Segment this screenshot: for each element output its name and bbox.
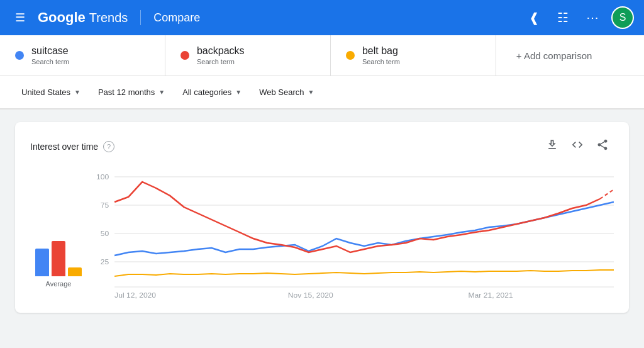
backpacks-dot [180,51,189,60]
line-chart: 100 75 50 25 Jul 12, 2020 Nov 15, 2020 M… [87,164,614,303]
region-filter[interactable]: United States ▼ [15,84,87,101]
search-term-backpacks[interactable]: backpacks Search term [165,35,331,76]
time-arrow: ▼ [158,89,165,96]
svg-text:75: 75 [101,201,109,208]
average-label: Average [46,280,72,288]
region-label: United States [21,87,70,97]
bar-beltbag [68,267,82,276]
search-type-filter[interactable]: Web Search ▼ [253,84,320,101]
menu-icon[interactable]: ☰ [10,6,30,30]
search-type-label: Web Search [259,87,304,97]
svg-text:50: 50 [101,230,109,237]
trends-text: Trends [89,11,128,25]
share-header-icon[interactable]: ❰ [524,5,545,30]
apps-icon[interactable]: ⋯ [581,5,604,30]
help-icon[interactable]: ? [103,141,114,152]
category-filter[interactable]: All categories ▼ [176,84,248,101]
average-bars [35,226,82,276]
svg-text:Jul 12, 2020: Jul 12, 2020 [114,291,156,298]
add-comparison-button[interactable]: + Add comparison [496,35,644,76]
filters-bar: United States ▼ Past 12 months ▼ All cat… [0,76,644,109]
chart-title-row: Interest over time ? [30,141,114,152]
chart-header: Interest over time ? [30,135,614,158]
download-button[interactable] [541,135,564,158]
embed-button[interactable] [566,135,589,158]
suitcase-name: suitcase [31,45,69,57]
chart-svg: 100 75 50 25 Jul 12, 2020 Nov 15, 2020 M… [87,164,614,303]
chart-sidebar: Average [30,164,87,303]
main-content: Interest over time ? [0,109,644,325]
suitcase-type: Search term [31,58,69,65]
app-header: ☰ Google Trends Compare ❰ ☷ ⋯ S [0,0,644,35]
beltbag-type: Search term [362,58,400,65]
chart-title: Interest over time [30,142,98,152]
time-label: Past 12 months [98,87,155,97]
header-divider [140,10,141,25]
interest-over-time-card: Interest over time ? [15,122,629,313]
beltbag-info: belt bag Search term [362,45,400,65]
search-terms-bar: suitcase Search term backpacks Search te… [0,35,644,76]
svg-text:Mar 21, 2021: Mar 21, 2021 [468,291,513,298]
suitcase-dot [15,51,24,60]
backpacks-type: Search term [197,58,245,65]
chart-body: Average 100 75 50 25 Jul 12, 2020 [30,164,614,303]
compare-label: Compare [153,11,200,25]
category-arrow: ▼ [235,89,242,96]
backpacks-name: backpacks [197,45,245,57]
bar-backpacks [52,241,65,276]
search-term-suitcase[interactable]: suitcase Search term [0,35,165,76]
add-comparison-label: + Add comparison [516,50,592,61]
search-term-beltbag[interactable]: belt bag Search term [331,35,496,76]
beltbag-name: belt bag [362,45,400,57]
notification-icon[interactable]: ☷ [552,5,574,30]
share-chart-button[interactable] [591,135,614,158]
svg-text:100: 100 [96,173,109,180]
time-filter[interactable]: Past 12 months ▼ [92,84,171,101]
category-label: All categories [182,87,231,97]
bar-suitcase [35,249,49,276]
logo: Google Trends [38,9,128,26]
svg-text:Nov 15, 2020: Nov 15, 2020 [288,291,333,298]
user-avatar[interactable]: S [611,6,634,29]
svg-text:25: 25 [101,258,109,265]
search-type-arrow: ▼ [308,89,314,96]
chart-actions [541,135,614,158]
beltbag-dot [346,51,355,60]
google-text: Google [38,9,86,26]
backpacks-info: backpacks Search term [197,45,245,65]
suitcase-info: suitcase Search term [31,45,69,65]
region-arrow: ▼ [74,89,80,96]
